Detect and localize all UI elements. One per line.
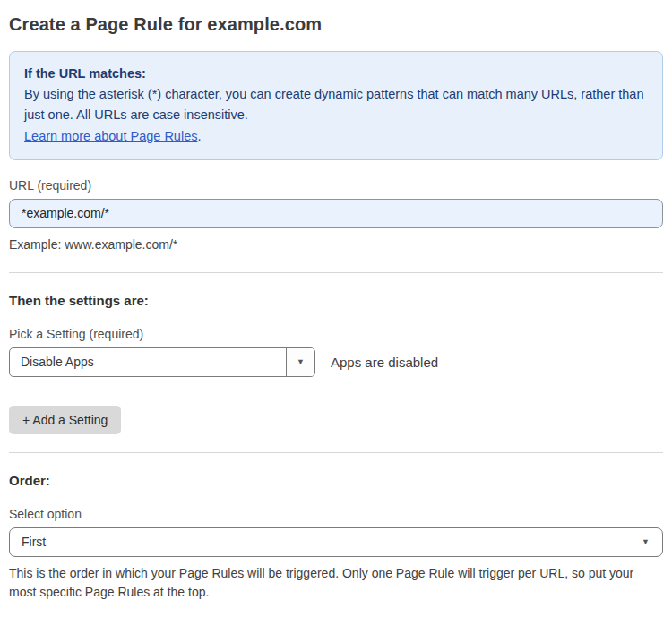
learn-more-link[interactable]: Learn more about Page Rules — [24, 129, 197, 143]
settings-section-heading: Then the settings are: — [9, 293, 663, 308]
order-select-label: Select option — [9, 507, 663, 521]
info-box-heading: If the URL matches: — [24, 64, 648, 84]
chevron-down-icon: ▼ — [297, 358, 305, 366]
url-example-helper: Example: www.example.com/* — [9, 236, 663, 254]
url-match-info-box: If the URL matches: By using the asteris… — [9, 51, 663, 160]
setting-dropdown[interactable]: Disable Apps ▼ — [9, 347, 315, 377]
setting-dropdown-value[interactable]: Disable Apps — [10, 348, 286, 376]
url-input[interactable] — [9, 199, 663, 228]
setting-row: Disable Apps ▼ Apps are disabled — [9, 347, 663, 377]
order-select[interactable]: First ▼ — [9, 527, 663, 557]
divider — [9, 272, 663, 273]
order-helper-text: This is the order in which your Page Rul… — [9, 564, 663, 602]
divider — [9, 452, 663, 453]
info-box-link-line: Learn more about Page Rules. — [24, 126, 648, 147]
url-field-label: URL (required) — [9, 178, 663, 193]
add-setting-button[interactable]: + Add a Setting — [9, 406, 121, 434]
pick-setting-label: Pick a Setting (required) — [9, 327, 663, 341]
link-period: . — [197, 129, 201, 143]
page-title: Create a Page Rule for example.com — [9, 14, 663, 35]
setting-dropdown-arrow-button[interactable]: ▼ — [286, 348, 314, 376]
order-section-heading: Order: — [9, 473, 663, 488]
info-box-body: By using the asterisk (*) character, you… — [24, 84, 648, 125]
chevron-down-icon: ▼ — [642, 538, 650, 546]
order-select-value: First — [22, 535, 46, 549]
setting-status-text: Apps are disabled — [331, 355, 438, 370]
